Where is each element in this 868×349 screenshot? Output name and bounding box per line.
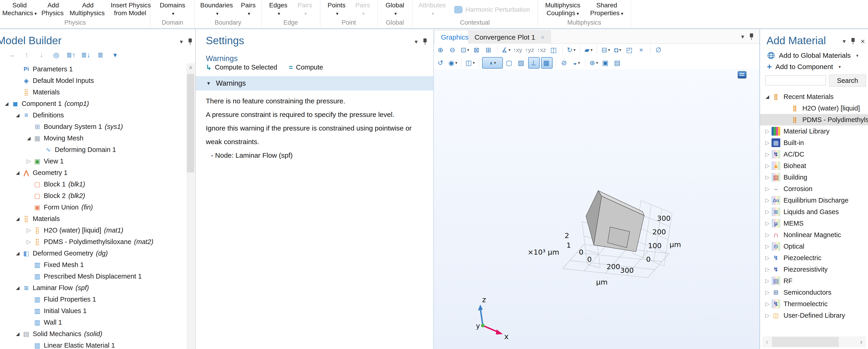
tree-item[interactable]: ◢ ≋ Laminar Flow (spf) [0,282,186,293]
material-search-input[interactable] [766,75,826,86]
material-list-item[interactable]: ⣿ PDMS - Polydimethylsiloxane [760,114,868,125]
tree-item[interactable]: ◢ ⋀ Geometry 1 [0,167,186,179]
domains-button[interactable]: Domains▾ [157,0,187,18]
close-tab-icon[interactable]: × [541,33,545,41]
go-to-xy-view-icon[interactable]: ↑xy [513,45,523,55]
tree-item[interactable]: ◢ ⣿ Materials [0,213,186,224]
panel-menu-icon[interactable]: ▾ [415,38,417,45]
pin-icon[interactable] [423,38,427,45]
expander-icon[interactable]: ▷ [763,209,772,215]
expander-icon[interactable]: ▷ [25,227,33,233]
tree-item[interactable]: ▣ Form Union (fin) [0,201,186,213]
separator[interactable] [562,45,563,55]
panel-menu-icon[interactable]: ▾ [843,38,846,45]
warnings-section-header[interactable]: ▼ Warnings [196,76,433,91]
material-list-item[interactable]: ▷ ▦ Built-in [760,137,868,149]
tree-item[interactable]: ▥ Prescribed Mesh Displacement 1 [0,271,186,282]
expander-icon[interactable]: ◢ [3,101,10,106]
expander-icon[interactable]: ▷ [763,289,772,295]
wireframe-rendering-icon[interactable]: ▢ [504,58,515,68]
material-list-item[interactable]: ▷ Δu Equilibrium Discharge [760,194,868,206]
panel-menu-icon[interactable]: ▾ [180,38,183,45]
tree-item[interactable]: ◢ ▦ Moving Mesh [0,132,186,144]
expander-icon[interactable]: ▷ [763,151,772,157]
harmonic-perturbation-button[interactable]: Harmonic Perturbation [452,0,533,14]
tree-item[interactable]: ◈ Default Model Inputs [0,75,186,86]
tree-item[interactable]: ◢ ◧ Deformed Geometry (dg) [0,248,186,259]
go-to-default-3d-view-icon[interactable]: ∡▾ [501,45,512,55]
tree-item[interactable]: ▥ Fluid Properties 1 [0,293,186,305]
material-search-button[interactable]: Search [829,74,866,87]
expander-icon[interactable]: ◢ [14,216,22,221]
pin-icon[interactable] [188,38,192,45]
tree-item[interactable]: ◢ ▤ Solid Mechanics (solid) [0,328,186,340]
material-list-item[interactable]: ▷ ▤ RF [760,275,868,287]
points-button[interactable]: Points▾ [325,0,348,18]
add-to-component-button[interactable]: + Add to Component▾ [767,63,841,71]
expander-icon[interactable]: ▷ [763,197,772,203]
tree-item[interactable]: ▢ Block 1 (blk1) [0,179,186,190]
rotate-icon[interactable]: ↻▾ [566,45,577,55]
headlight-toggle-icon[interactable]: ◖▾ [482,57,503,69]
disable-color-icon[interactable]: ⊘ [559,58,570,68]
camera-icon[interactable]: ▣ [600,58,611,68]
tree-item[interactable]: ∿ Deforming Domain 1 [0,144,186,155]
expander-icon[interactable]: ▷ [763,231,772,238]
move-down-icon[interactable]: ↓ [36,50,46,60]
boundaries-button[interactable]: Boundaries▾ [198,0,235,18]
solid-mechanics-button[interactable]: SolidMechanics▾ [0,0,39,18]
tree-item[interactable]: ⣿ Materials [0,86,186,98]
select-and-hide-icon[interactable]: ⊟▾ [600,45,611,55]
expander-icon[interactable]: ▷ [763,220,772,226]
reset-hiding-icon[interactable]: ↺ [436,58,446,68]
tree-item[interactable]: ▥ Initial Values 1 [0,305,186,317]
tree-item[interactable]: ▷ ▣ View 1 [0,155,186,167]
pairs-point-button[interactable]: Pairs▾ [353,0,372,18]
add-to-global-materials-button[interactable]: Add to Global Materials▾ [767,51,858,60]
expander-icon[interactable]: ◢ [14,331,22,337]
model-builder-scrollbar[interactable]: ∧ [186,63,195,349]
scrollbar-thumb[interactable] [187,74,194,172]
material-list-item[interactable]: ▷ ⌣ Corrosion [760,183,868,194]
edges-button[interactable]: Edges▾ [267,0,290,18]
expander-icon[interactable]: ◢ [25,135,33,141]
tree-item[interactable]: ◢ ≡ Definitions [0,109,186,121]
expander-icon[interactable]: ▷ [763,278,772,284]
panel-menu-icon[interactable]: ▾ [741,33,744,40]
material-list-item[interactable]: ▷ ↯ Piezoresistivity [760,263,868,275]
material-list-item[interactable]: ▷ Material Library [760,125,868,137]
material-list-item[interactable]: ⣿ H2O (water) [liquid] [760,102,868,114]
expander-icon[interactable]: ◢ [14,170,22,176]
collapse-all-icon[interactable]: ≣↓ [81,50,91,60]
zoom-extents-icon[interactable]: ⊠ [471,45,482,55]
image-snapshot-icon[interactable]: ⊛▾ [588,58,599,68]
color-theme-icon[interactable]: ◒▾ [571,58,582,68]
expander-icon[interactable]: ◢ [14,285,22,290]
tree-item[interactable]: ▥ Wall 1 [0,317,186,328]
tree-item[interactable]: ⊞ Boundary System 1 (sys1) [0,121,186,132]
insert-physics-from-model-button[interactable]: Insert Physicsfrom Model [108,0,153,18]
move-up-icon[interactable]: ↑ [22,50,32,60]
graphics-canvas[interactable]: 2 1 0 ×10³ μm 0 200 300 μm 300 200 100 μ… [434,69,759,349]
material-list-item[interactable]: ▷ ↯ AC/DC [760,149,868,160]
show-axis-orientation-icon[interactable]: ⊥ [528,57,540,69]
scroll-up-icon[interactable]: ∧ [186,63,195,72]
tree-item[interactable]: Pi Parameters 1 [0,63,186,75]
scene-light-icon[interactable]: ▰▾ [583,45,594,55]
expander-icon[interactable]: ▷ [763,128,772,134]
expander-icon[interactable]: ▷ [763,266,772,273]
tree-item[interactable]: ▷ ⣿ PDMS - Polydimethylsiloxane (mat2) [0,236,186,248]
expander-icon[interactable]: ◢ [763,94,772,99]
pin-icon[interactable] [749,33,754,40]
pin-icon[interactable] [851,37,855,45]
expander-icon[interactable]: ▷ [763,186,772,192]
close-panel-icon[interactable]: × [860,38,865,45]
multiphysics-couplings-button[interactable]: MultiphysicsCouplings▾ [543,0,583,18]
view-unhidden-only-icon[interactable]: ∅ [654,45,664,55]
material-list-item[interactable]: ◢ ⣿ Recent Materials [760,91,868,102]
material-list-item[interactable]: ▷ ↯ Thermoelectric [760,298,868,310]
expander-icon[interactable]: ▷ [763,255,772,261]
select-and-remove-icon[interactable]: ◘▾ [613,45,623,55]
model-tree-node-text-icon[interactable]: ≣ [95,50,105,60]
global-button[interactable]: Global▾ [383,0,407,18]
